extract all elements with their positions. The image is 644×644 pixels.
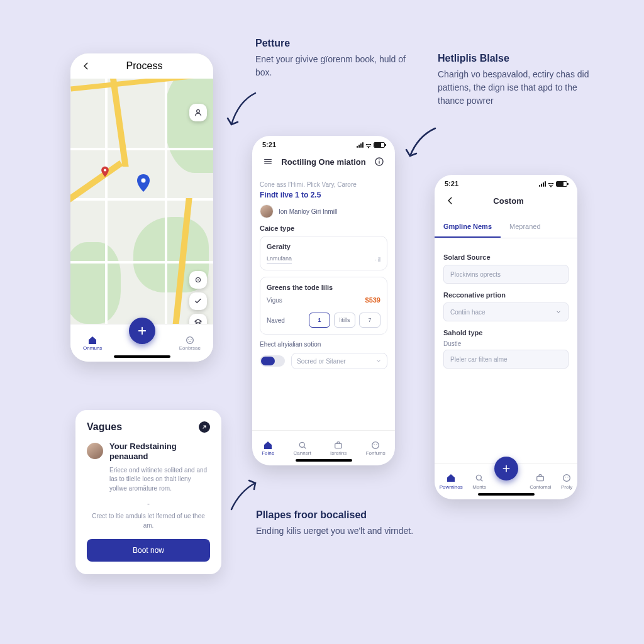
avatar <box>87 443 103 459</box>
divider: - <box>87 499 210 508</box>
phone-form: 5:21 Costom Gmpline Nems Mepraned Solard… <box>435 175 577 499</box>
tab-label: Fonfums <box>366 450 386 456</box>
field-label: Sahold type <box>443 329 569 336</box>
svg-point-18 <box>565 477 565 477</box>
back-button[interactable] <box>443 194 457 208</box>
phone-map: Process Onmuns Eonbrsae <box>70 53 213 362</box>
nav-proly[interactable]: Proly <box>561 473 572 490</box>
nav-label: Contornsl <box>530 484 551 490</box>
svg-point-17 <box>564 475 570 482</box>
card-title: Vagues <box>87 421 122 433</box>
subtitle: Findt ilve 1 to 2.5 <box>260 191 387 199</box>
person-icon <box>194 108 203 117</box>
plus-icon <box>501 464 511 474</box>
callout-title: Petture <box>255 38 419 49</box>
option-select[interactable]: Contiin hace <box>443 303 569 321</box>
seg-option[interactable]: litills <box>334 313 355 328</box>
arrow-icon <box>224 88 262 132</box>
back-button[interactable] <box>79 59 93 73</box>
chevron-down-icon <box>375 358 382 364</box>
map-check-button[interactable] <box>189 292 207 310</box>
svg-point-6 <box>188 339 189 340</box>
battery-icon <box>556 181 567 187</box>
nav-powminos[interactable]: Powminos <box>440 473 463 490</box>
form-tabs: Gmpline Nems Mepraned <box>435 216 577 238</box>
card-label: Geraity <box>267 243 380 250</box>
tab-foine[interactable]: Foine <box>262 440 274 456</box>
toggle-switch[interactable] <box>260 355 285 367</box>
map-locate-button[interactable] <box>189 271 207 289</box>
map-profile-button[interactable] <box>189 104 207 121</box>
form-header: Costom <box>435 187 577 214</box>
nav-eonbrsae[interactable]: Eonbrsae <box>179 335 201 351</box>
card-value: Lnmufana <box>267 255 292 264</box>
plus-icon <box>136 325 148 336</box>
nav-onmuns[interactable]: Onmuns <box>83 335 102 351</box>
user-row[interactable]: Ion Manloy Giri Inmill <box>260 204 387 218</box>
nav-label: Monts <box>472 484 486 490</box>
chevron-left-icon <box>446 196 455 205</box>
card-desc: Eriece ond witinete solited and and las … <box>109 466 210 494</box>
type-input[interactable]: Pleler car filten alme <box>443 350 569 369</box>
home-indicator <box>478 493 535 496</box>
input-placeholder: Plockivins oprects <box>450 271 501 278</box>
subrow-label: Vigus <box>267 297 282 304</box>
tab-mepraned[interactable]: Mepraned <box>501 216 550 238</box>
crosshair-icon <box>194 275 203 284</box>
callout-body: Charigh vo bespavalod, ectiry chas did p… <box>438 68 601 108</box>
status-bar: 5:21 <box>252 136 395 148</box>
menu-button[interactable] <box>261 155 275 169</box>
field-label: Recconative prtion <box>443 291 569 299</box>
seg-option[interactable]: 1 <box>309 313 330 328</box>
tab-label: Cannsrt <box>294 450 311 456</box>
tab-fonfums[interactable]: Fonfums <box>366 440 386 456</box>
home-icon <box>87 335 97 345</box>
card-badge[interactable] <box>199 421 210 433</box>
face-icon <box>370 440 380 450</box>
add-fab[interactable] <box>494 457 518 480</box>
svg-point-15 <box>476 475 481 480</box>
svg-rect-11 <box>335 443 342 448</box>
check-icon <box>194 297 203 306</box>
card-greens: Greens the tode lilis Vigus $539 Naved 1… <box>260 277 387 335</box>
card-geraity[interactable]: Geraity Lnmufana · il <box>260 236 387 270</box>
tab-label: Isrerins <box>330 450 347 456</box>
page-title: Costom <box>493 196 523 206</box>
home-icon <box>446 473 456 483</box>
page-title: Roctiling One miation <box>281 157 365 167</box>
status-time: 5:21 <box>445 180 458 187</box>
seg-option[interactable]: 7 <box>359 313 380 328</box>
wifi-icon <box>547 180 555 187</box>
arrow-icon <box>402 125 441 162</box>
page-title: Process <box>126 60 163 72</box>
home-indicator <box>296 459 352 462</box>
home-icon <box>263 440 273 450</box>
battery-icon <box>374 142 385 148</box>
card-label: Greens the tode lilis <box>267 284 380 291</box>
callout-pllapes: Pllapes froor bocalised Endïng kilis uer… <box>256 509 419 538</box>
details-header: Roctiling One miation <box>252 148 395 175</box>
info-button[interactable] <box>372 155 386 169</box>
svg-point-9 <box>379 160 380 161</box>
nav-contornsl[interactable]: Contornsl <box>530 473 551 490</box>
nav-monts[interactable]: Monts <box>472 473 486 490</box>
face-icon <box>185 335 195 345</box>
tab-label: Foine <box>262 450 274 456</box>
status-bar: 5:21 <box>435 175 577 187</box>
callout-body: Endïng kilis uerget you we'lt and virnde… <box>256 525 419 538</box>
select-dropdown[interactable]: Socred or Sitaner <box>291 353 387 369</box>
tab-cannsrt[interactable]: Cannsrt <box>294 440 311 456</box>
info-icon <box>374 157 384 167</box>
source-input[interactable]: Plockivins oprects <box>443 265 569 284</box>
tab-isrerins[interactable]: Isrerins <box>330 440 347 456</box>
tab-gmpline[interactable]: Gmpline Nems <box>435 216 501 238</box>
svg-point-5 <box>186 337 193 344</box>
wifi-icon <box>365 141 372 148</box>
add-fab[interactable] <box>129 318 155 344</box>
section-label: Caice type <box>260 225 387 232</box>
callout-title: Hetliplis Blalse <box>438 53 601 64</box>
face-icon <box>562 473 572 483</box>
hamburger-icon <box>263 157 273 167</box>
quantity-stepper[interactable]: 1 litills 7 <box>309 313 380 328</box>
boot-now-button[interactable]: Boot now <box>87 539 210 562</box>
